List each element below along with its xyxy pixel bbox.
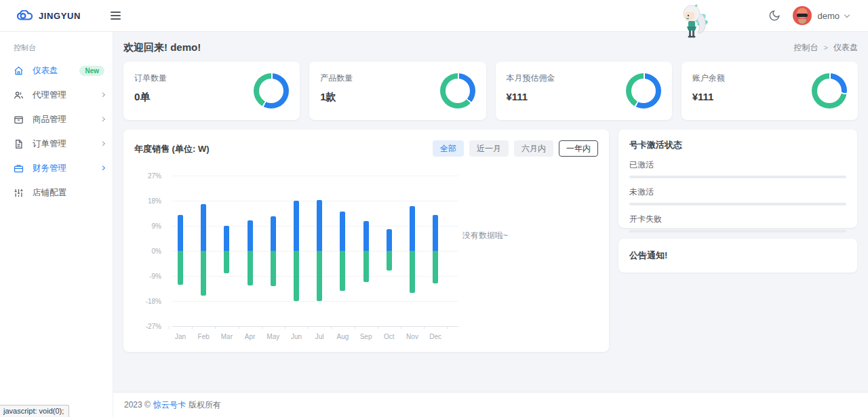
card-notice: 公告通知! xyxy=(618,239,857,273)
x-axis-tick xyxy=(355,326,355,329)
user-name: demo xyxy=(817,11,840,21)
sidebar-item-1[interactable]: 代理管理 xyxy=(0,85,113,104)
bar-negative-Jan xyxy=(178,251,183,285)
progress-bar[interactable] xyxy=(629,230,846,233)
y-axis-tick-label: -18% xyxy=(137,298,161,305)
gridline xyxy=(172,301,458,302)
bar-negative-Sep xyxy=(363,251,369,282)
menu-toggle-icon[interactable] xyxy=(106,7,125,24)
x-axis-tick-label: Feb xyxy=(192,333,215,340)
chevron-right-icon xyxy=(100,141,106,146)
x-axis-tick-label: May xyxy=(262,333,285,340)
sidebar-item-label: 财务管理 xyxy=(33,163,101,174)
users-icon xyxy=(14,90,24,100)
bar-negative-Jun xyxy=(294,251,299,301)
stat-card-1: 产品数量1款 xyxy=(309,62,486,120)
footer: 2023 © 惊云号卡 版权所有 xyxy=(113,392,868,417)
x-axis-tick-label: Sep xyxy=(355,333,378,340)
filter-button-2[interactable]: 六月内 xyxy=(514,140,553,157)
sidebar-item-5[interactable]: 店铺配置 xyxy=(0,183,113,202)
progress-bar[interactable] xyxy=(629,203,846,205)
home-icon xyxy=(14,65,24,76)
chart-title: 年度销售 (单位: W) xyxy=(134,140,209,155)
x-axis-tick xyxy=(424,326,425,329)
activation-row-0: 已激活 xyxy=(629,159,846,178)
bar-positive-Nov xyxy=(410,206,415,251)
activation-label: 未激活 xyxy=(629,186,846,198)
sidebar-item-label: 店铺配置 xyxy=(33,187,104,199)
sidebar-item-4[interactable]: 财务管理 xyxy=(0,159,113,178)
browser-status-tooltip: javascript: void(0); xyxy=(0,405,69,417)
bar-positive-Jun xyxy=(294,201,299,251)
x-axis-tick-label: Nov xyxy=(401,333,424,340)
x-axis-tick-label: Aug xyxy=(331,333,354,340)
sidebar-item-2[interactable]: 商品管理 xyxy=(0,110,113,129)
x-axis-tick xyxy=(447,326,448,329)
y-axis-tick-label: 0% xyxy=(137,247,161,255)
bar-negative-Mar xyxy=(224,251,229,273)
progress-bar[interactable] xyxy=(629,176,846,178)
no-data-text: 没有数据啦~ xyxy=(462,230,508,241)
sidebar-item-3[interactable]: 订单管理 xyxy=(0,134,113,153)
dark-mode-icon[interactable] xyxy=(768,9,781,22)
x-axis-tick-label: Apr xyxy=(239,333,262,340)
activation-label: 开卡失败 xyxy=(629,214,846,225)
y-axis-tick-label: 9% xyxy=(137,222,161,230)
x-axis-tick-label: Mar xyxy=(215,333,238,340)
sidebar-item-0[interactable]: 仪表盘New xyxy=(0,61,113,80)
donut-chart xyxy=(440,73,475,108)
chevron-right-icon xyxy=(100,117,106,122)
notice-title: 公告通知! xyxy=(629,250,667,262)
y-axis-tick-label: -9% xyxy=(137,273,161,280)
bar-negative-Jul xyxy=(317,251,322,301)
bar-positive-Jul xyxy=(317,200,322,251)
sidebar: 控制台 仪表盘New代理管理商品管理订单管理财务管理店铺配置 xyxy=(0,32,113,417)
bar-negative-Aug xyxy=(340,251,345,291)
brand-name: JINGYUN xyxy=(39,11,81,21)
bar-positive-Feb xyxy=(201,204,206,251)
donut-chart xyxy=(254,73,289,108)
top-bar: JINGYUN demo xyxy=(0,0,868,32)
x-axis-tick xyxy=(331,326,332,329)
bar-positive-May xyxy=(271,216,276,251)
sidebar-menu: 仪表盘New代理管理商品管理订单管理财务管理店铺配置 xyxy=(0,61,113,202)
breadcrumb-separator: > xyxy=(824,43,828,52)
gridline xyxy=(172,251,458,252)
filter-button-0[interactable]: 全部 xyxy=(433,140,464,157)
bar-positive-Jan xyxy=(178,215,183,251)
breadcrumb: 控制台>仪表盘 xyxy=(794,42,858,54)
x-axis-tick-label: Dec xyxy=(424,333,447,340)
filter-button-3[interactable]: 一年内 xyxy=(559,140,598,157)
mascot-pet-widget[interactable] xyxy=(678,2,713,41)
bar-positive-Dec xyxy=(433,215,438,251)
donut-chart xyxy=(812,73,847,108)
x-axis-tick-label: Jan xyxy=(169,333,192,340)
annual-sales-card: 年度销售 (单位: W) 全部近一月六月内一年内 27%18%9%0%-9%-1… xyxy=(123,130,609,352)
stats-row: 订单数量0单产品数量1款本月预估佣金¥111账户余额¥111 xyxy=(123,62,858,120)
user-menu[interactable]: demo xyxy=(793,6,849,25)
breadcrumb-item-1[interactable]: 仪表盘 xyxy=(833,42,858,54)
cloud-logo-icon xyxy=(16,10,34,21)
bar-negative-Feb xyxy=(201,251,206,296)
file-icon xyxy=(14,138,24,149)
filter-button-1[interactable]: 近一月 xyxy=(469,140,509,157)
footer-rights: 版权所有 xyxy=(189,399,221,411)
breadcrumb-item-0[interactable]: 控制台 xyxy=(794,42,818,54)
gridline xyxy=(172,226,458,226)
x-axis-tick xyxy=(285,326,285,329)
bar-positive-Aug xyxy=(340,212,345,251)
bar-positive-Mar xyxy=(224,226,229,251)
sidebar-item-label: 商品管理 xyxy=(33,114,101,125)
stat-card-0: 订单数量0单 xyxy=(123,62,300,120)
x-axis-tick-label: Oct xyxy=(378,333,401,340)
brand-logo[interactable]: JINGYUN xyxy=(0,10,113,21)
bar-negative-Dec xyxy=(433,251,438,283)
gridline xyxy=(172,276,458,277)
x-axis-tick xyxy=(239,326,239,329)
box-icon xyxy=(14,114,24,125)
bar-negative-Nov xyxy=(410,251,415,293)
x-axis-tick xyxy=(378,326,378,329)
stat-card-2: 本月预估佣金¥111 xyxy=(496,62,672,120)
chevron-right-icon xyxy=(100,92,106,98)
footer-brand-link[interactable]: 惊云号卡 xyxy=(153,399,186,411)
